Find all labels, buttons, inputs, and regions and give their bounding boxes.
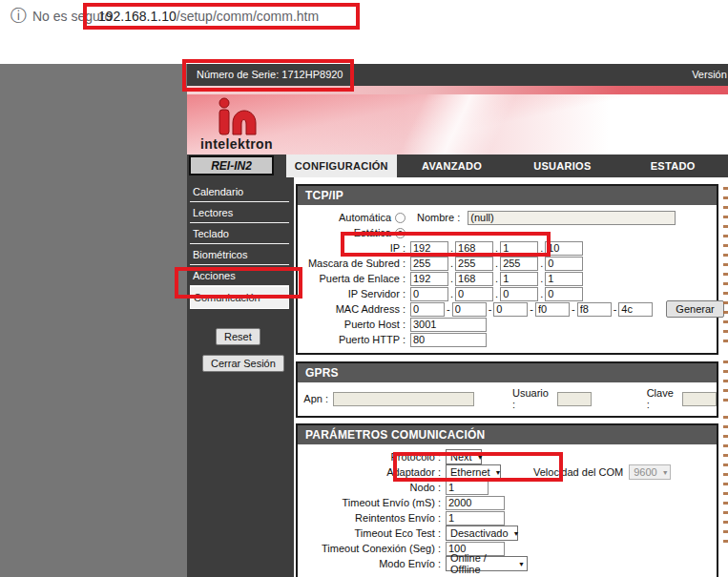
dot-separator: . <box>495 258 498 269</box>
timeout-send-input[interactable] <box>446 496 505 510</box>
mac-byte-input[interactable] <box>618 302 653 317</box>
protocol-select[interactable]: Next▼ <box>446 449 482 464</box>
clipped-help-text <box>723 187 728 344</box>
host-port-label: Puerto Host : <box>298 319 406 330</box>
sidebar-item-biometricos[interactable]: Biométricos <box>190 244 289 265</box>
gprs-section: GPRS Apn : Usuario : Clave : <box>296 361 718 418</box>
mac-label: MAC Address : <box>298 303 406 315</box>
url-text[interactable]: 192.168.1.10/setup/comm/comm.htm <box>98 9 319 24</box>
gateway-octet-input[interactable] <box>410 272 448 286</box>
sidebar-item-comunicacion[interactable]: Comunicación <box>190 286 289 309</box>
sidebar-item-lectores[interactable]: Lectores <box>190 202 289 223</box>
clipped-help-text <box>723 416 728 549</box>
eco-test-select[interactable]: Desactivado▼ <box>446 525 518 541</box>
estatica-label: Estática <box>298 227 406 238</box>
server-octet-input[interactable] <box>455 287 493 301</box>
server-octet-input[interactable] <box>500 287 538 301</box>
server-ip-label: IP Servidor : <box>298 288 406 299</box>
browser-address-bar: ⓘ No es seguro 192.168.1.10/setup/comm/c… <box>0 0 728 36</box>
node-input[interactable] <box>446 481 489 495</box>
chevron-down-icon: ▼ <box>495 469 502 476</box>
logout-button[interactable]: Cerrar Sesión <box>202 355 284 372</box>
clipped-help-text <box>723 361 728 406</box>
server-octet-input[interactable] <box>545 287 583 301</box>
tab-usuarios[interactable]: USUARIOS <box>508 155 618 177</box>
gateway-octet-input[interactable] <box>500 272 538 286</box>
logo-wordmark: intelektron <box>200 136 305 152</box>
main-nav-bar: REI-IN2 CONFIGURACIÓN AVANZADO USUARIOS … <box>187 155 728 177</box>
ip-label: IP : <box>298 242 406 254</box>
gprs-user-label: Usuario : <box>512 387 552 410</box>
sidebar-item-teclado[interactable]: Teclado <box>190 223 289 244</box>
ip-octet-input[interactable] <box>500 241 538 256</box>
dash-separator: - <box>447 303 450 315</box>
dash-separator: - <box>572 303 575 315</box>
timeout-send-label: Timeout Envío (mS) : <box>298 497 441 508</box>
dot-separator: . <box>495 288 498 299</box>
adapter-select[interactable]: Ethernet▼ <box>446 464 501 480</box>
mask-octet-input[interactable] <box>545 257 583 271</box>
ip-octet-input[interactable] <box>545 241 583 256</box>
ip-octet-input[interactable] <box>410 241 448 256</box>
estatica-radio[interactable] <box>395 228 406 238</box>
gprs-user-input[interactable] <box>557 392 592 406</box>
intelektron-logo-icon <box>214 96 267 138</box>
mac-byte-input[interactable] <box>493 302 528 317</box>
retries-input[interactable] <box>446 511 505 525</box>
nav-tabs: CONFIGURACIÓN AVANZADO USUARIOS ESTADO <box>286 155 728 177</box>
header-gradient-band <box>187 86 728 94</box>
device-model-button[interactable]: REI-IN2 <box>189 155 274 175</box>
gateway-octet-input[interactable] <box>545 272 583 286</box>
url-path: /setup/comm/comm.htm <box>177 9 319 24</box>
dot-separator: . <box>450 288 453 299</box>
sidebar-item-calendario[interactable]: Calendario <box>190 181 289 202</box>
nombre-input[interactable] <box>468 211 676 225</box>
chevron-down-icon: ▼ <box>662 469 669 476</box>
mask-octet-input[interactable] <box>500 257 538 271</box>
info-icon[interactable]: ⓘ <box>10 7 27 26</box>
dot-separator: . <box>540 242 543 254</box>
chevron-down-icon: ▼ <box>513 530 520 537</box>
server-octet-input[interactable] <box>410 287 448 301</box>
sidebar-item-acciones[interactable]: Acciones <box>190 265 289 286</box>
dot-separator: . <box>450 273 453 284</box>
http-port-input[interactable] <box>410 333 487 347</box>
gprs-section-header: GPRS <box>298 363 717 382</box>
retries-label: Reintentos Envío : <box>298 512 441 524</box>
tab-avanzado[interactable]: AVANZADO <box>397 155 508 177</box>
serial-number-label: Número de Serie: 1712HP8920 <box>197 69 343 80</box>
automatica-radio[interactable] <box>395 213 406 223</box>
mask-octet-input[interactable] <box>455 257 493 271</box>
reset-button[interactable]: Reset <box>216 328 260 345</box>
mac-byte-input[interactable] <box>535 302 570 317</box>
url-host: 192.168.1.10 <box>98 9 177 24</box>
main-content: TCP/IP Automática Nombre : Estática IP :… <box>294 177 728 577</box>
tab-configuracion[interactable]: CONFIGURACIÓN <box>286 155 397 177</box>
host-port-input[interactable] <box>410 318 487 332</box>
tcpip-section: TCP/IP Automática Nombre : Estática IP :… <box>296 184 718 355</box>
gprs-key-label: Clave : <box>647 387 677 410</box>
apn-label: Apn : <box>298 393 328 404</box>
mac-byte-input[interactable] <box>410 302 445 317</box>
adapter-label: Adaptador : <box>298 466 441 478</box>
apn-input[interactable] <box>333 392 474 406</box>
tab-estado[interactable]: ESTADO <box>617 155 728 177</box>
com-speed-select: 9600▼ <box>629 464 671 480</box>
mac-byte-input[interactable] <box>577 302 612 317</box>
tcpip-section-header: TCP/IP <box>298 186 717 205</box>
automatica-label: Automática <box>298 212 406 223</box>
mask-octet-input[interactable] <box>410 257 448 271</box>
generate-mac-button[interactable]: Generar <box>666 300 723 318</box>
gprs-key-input[interactable] <box>682 392 717 406</box>
chevron-down-icon: ▼ <box>518 561 525 567</box>
dot-separator: . <box>450 258 453 269</box>
dash-separator: - <box>489 303 492 315</box>
dot-separator: . <box>540 258 543 269</box>
mac-byte-input[interactable] <box>452 302 487 317</box>
ip-octet-input[interactable] <box>455 241 493 256</box>
gateway-octet-input[interactable] <box>455 272 493 286</box>
send-mode-select[interactable]: Online / Offline▼ <box>446 556 528 571</box>
node-label: Nodo : <box>298 482 441 493</box>
sidebar: Calendario Lectores Teclado Biométricos … <box>187 177 294 577</box>
protocol-label: Protocolo : <box>298 451 441 463</box>
